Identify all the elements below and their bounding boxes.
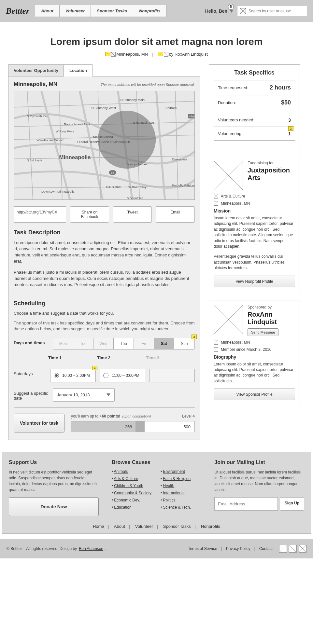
time-slot-1[interactable]: 10:00 – 2:00PM 4 (50, 369, 96, 382)
chevron-down-icon (107, 393, 110, 396)
volunteer-button[interactable]: Volunteer for task (14, 414, 64, 432)
social-icon[interactable] (279, 545, 287, 553)
svg-text:St. Anthony West: St. Anthony West (91, 106, 116, 110)
cause-link[interactable]: Education (114, 505, 131, 510)
search-icon (240, 8, 246, 14)
nav-about[interactable]: About (35, 5, 60, 17)
cause-link[interactable]: Community & Society (114, 491, 151, 495)
location-link[interactable]: Minneapolis, MN (116, 52, 148, 57)
bottom-bar: © Bettter – All rights reserved. Design … (0, 539, 313, 558)
day-tue[interactable]: Tue (73, 338, 93, 349)
svg-text:Federal Reserve Bank of Minnea: Federal Reserve Bank of Minneapolis (77, 140, 131, 144)
svg-text:Warehouse District: Warehouse District (36, 138, 64, 142)
search-box[interactable] (237, 6, 307, 16)
svg-text:Nicollet Island: Nicollet Island (93, 135, 113, 139)
svg-text:W River Pkwy: W River Pkwy (56, 130, 74, 133)
share-bar: http://bttr.org/13VmyCX Share on Faceboo… (14, 206, 195, 223)
nav-sponsor[interactable]: Sponsor Tasks (91, 5, 133, 17)
chevron-down-icon (230, 10, 233, 13)
email-input[interactable] (214, 497, 277, 511)
date-picker[interactable]: January 19, 2013 (53, 388, 115, 402)
share-email-button[interactable]: Email (156, 206, 195, 223)
svg-text:Dinkytown: Dinkytown (172, 158, 187, 161)
privacy-link[interactable]: Privacy Policy (226, 546, 250, 551)
day-fri[interactable]: Fri (134, 338, 154, 349)
svg-text:47A: 47A (189, 115, 194, 118)
cause-link[interactable]: International (163, 491, 184, 495)
scheduling-para: The sponsor of this task has specified d… (14, 320, 195, 332)
view-nonprofit-button[interactable]: View Nonprofit Profile (214, 276, 295, 287)
points-text: you'll earn up to +60 points!(upon compl… (71, 414, 195, 418)
social-icon[interactable] (289, 545, 297, 553)
progress-bar: 268 500 (71, 421, 195, 432)
share-facebook-button[interactable]: Share on Facebook (70, 206, 109, 223)
level-label: Level 4 (182, 414, 195, 418)
nav-volunteer[interactable]: Volunteer (59, 5, 91, 17)
signup-button[interactable]: Sign Up (280, 497, 304, 511)
search-input[interactable] (249, 9, 304, 13)
time-slot-2[interactable]: 11:00 – 3:00PM (100, 369, 145, 382)
cause-link[interactable]: Faith & Religion (163, 476, 191, 481)
footer-nav-sponsor[interactable]: Sponsor Tasks (163, 524, 191, 529)
svg-text:W River Pkwy: W River Pkwy (128, 185, 147, 189)
share-url-field[interactable]: http://bttr.org/13VmyCX (14, 206, 66, 223)
contact-link[interactable]: Contact (259, 546, 273, 551)
day-mon[interactable]: Mon (53, 338, 73, 349)
cause-link[interactable]: Children & Youth (114, 484, 143, 488)
cause-link[interactable]: Environment (163, 469, 185, 474)
author-link[interactable]: RoxAnn Lindquist (175, 52, 208, 57)
view-sponsor-button[interactable]: View Sponsor Profile (214, 389, 295, 400)
donate-button[interactable]: Donate Now (9, 497, 99, 516)
cause-link[interactable]: Science & Tech. (163, 505, 191, 510)
day-wed[interactable]: Wed (93, 338, 114, 349)
day-thu[interactable]: Thu (114, 338, 134, 349)
tabs: Volunteer Opportunity Location (8, 64, 200, 76)
svg-text:65: 65 (111, 171, 114, 174)
footer-nav-nonprofits[interactable]: Nonprofits (201, 524, 220, 529)
volunteering-value[interactable]: 1 2 (288, 131, 291, 136)
social-icon[interactable] (299, 545, 306, 553)
nonprofit-image (214, 161, 243, 190)
footer-nav-about[interactable]: About (114, 524, 125, 529)
nav-nonprofits[interactable]: Nonprofits (133, 5, 167, 17)
footer-nav-volunteer[interactable]: Volunteer (135, 524, 153, 529)
footer-nav-home[interactable]: Home (93, 524, 104, 529)
page-subtitle: 1Minneapolis, MN | 5by RoxAnn Lindquist (8, 52, 305, 57)
day-sun[interactable]: Sun (174, 338, 194, 349)
svg-text:S Downtown: S Downtown (127, 197, 143, 199)
day-selector: Mon Tue Wed Thu Fri Sat Sun (53, 338, 195, 349)
causes-list-a: Animals Arts & Culture Children & Youth … (112, 469, 151, 512)
share-tweet-button[interactable]: Tweet (113, 206, 152, 223)
note-4: 4 (92, 366, 97, 370)
logo[interactable]: Bettter (6, 6, 29, 16)
user-greeting[interactable]: Hello, Ben 5 (205, 8, 233, 14)
time-requested-value: 2 hours (270, 84, 291, 91)
svg-text:Downtown Minneapolis: Downtown Minneapolis (41, 190, 75, 193)
cause-link[interactable]: Arts & Culture (114, 476, 138, 481)
pin-icon (214, 201, 218, 206)
cause-link[interactable]: Politics (163, 498, 175, 502)
designer-link[interactable]: Ben Adamson (79, 546, 103, 551)
sponsor-card: Sponsored by RoxAnn Lindquist Send Messa… (209, 300, 300, 405)
footer-nav: Home| About| Volunteer| Sponsor Tasks| N… (9, 524, 304, 529)
time-head-2: Time 2 (97, 355, 146, 360)
cause-link[interactable]: Economic Dev. (114, 498, 140, 502)
time-slot-3 (149, 369, 195, 382)
cause-link[interactable]: Animals (114, 469, 128, 474)
tos-link[interactable]: Terms of Service (188, 546, 217, 551)
svg-text:Potbelly Pittsburgh: Potbelly Pittsburgh (172, 184, 194, 187)
day-sat[interactable]: Sat (154, 338, 174, 349)
cause-link[interactable]: Health (163, 484, 174, 488)
top-bar: Bettter About Volunteer Sponsor Tasks No… (0, 0, 313, 22)
page-content: Lorem ipsum dolor sit amet magna non lor… (2, 28, 311, 446)
greeting-text: Hello, Ben (205, 8, 227, 14)
volunteers-needed-value: 3 (288, 117, 291, 123)
task-specifics-heading: Task Specifics (214, 69, 295, 76)
tab-location[interactable]: Location (64, 64, 92, 76)
location-hint: The exact address will be provided upon … (101, 83, 195, 87)
scheduling-intro: Choose a time and suggest a date that wo… (14, 311, 195, 316)
send-message-button[interactable]: Send Message (248, 328, 278, 336)
map[interactable]: Minneapolis St. Anthony Main St. Anthony… (14, 91, 195, 200)
tab-opportunity[interactable]: Volunteer Opportunity (8, 64, 64, 76)
radio-on-icon (54, 373, 59, 378)
